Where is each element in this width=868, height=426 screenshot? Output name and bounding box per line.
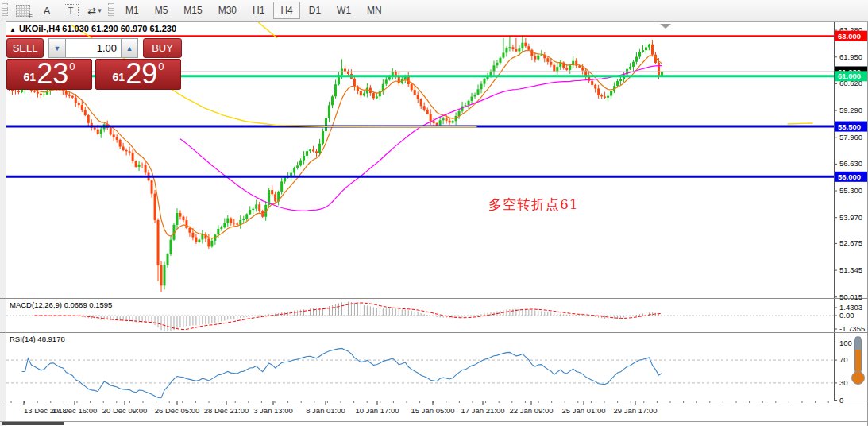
- rsi-line: [22, 348, 662, 397]
- price-badge-label: 58.500: [838, 122, 861, 131]
- rsi-scale-tick: 0: [839, 396, 843, 405]
- buy-button[interactable]: BUY: [143, 38, 182, 58]
- ask-price-big: 29: [125, 63, 157, 86]
- y-axis-tick: 61.950: [839, 52, 862, 61]
- slow-ma: [180, 66, 662, 211]
- rsi-label: RSI(14) 48.9178: [10, 335, 65, 343]
- y-axis-tick: 56.630: [839, 159, 862, 168]
- rsi-scale-tick: 70: [839, 355, 848, 364]
- title-triangle-icon: ▲: [10, 26, 16, 33]
- mt4-application-window: F A T ⇄ ▾ M1M5M15M30H1H4D1W1MN 63.28061.…: [0, 0, 868, 426]
- chart-shift-marker-icon: [660, 24, 671, 29]
- x-axis-label: 25 Jan 01:00: [562, 406, 606, 415]
- price-badge-label: 61.000: [838, 72, 861, 80]
- yellow-overlays-layer: [71, 22, 813, 127]
- ask-price-prefix: 61: [113, 71, 125, 83]
- yellow-dash: [788, 123, 813, 124]
- y-axis-tick: 53.970: [839, 213, 862, 222]
- date-axis: 13 Dec 201817 Dec 16:0020 Dec 09:0026 De…: [11, 401, 828, 415]
- x-axis-label: 10 Jan 17:00: [356, 406, 399, 415]
- thermometer-bulb: [851, 371, 865, 385]
- bid-price-sup: 0: [69, 60, 75, 72]
- ask-price-panel[interactable]: 61 29 0: [95, 59, 181, 90]
- y-axis-tick: 59.290: [839, 106, 862, 114]
- price-badge-label: 56.000: [838, 172, 861, 181]
- x-axis-label: 22 Jan 09:00: [510, 406, 554, 415]
- bid-price-panel[interactable]: 61 23 0: [6, 59, 92, 90]
- x-axis-label: 20 Dec 09:00: [102, 406, 148, 415]
- x-axis-label: 3 Jan 13:00: [253, 406, 293, 415]
- x-axis-label: 17 Dec 16:00: [52, 406, 98, 415]
- y-axis-tick: 52.675: [839, 238, 862, 247]
- x-axis-label: 15 Jan 05:00: [411, 406, 455, 415]
- thermometer-tube: [854, 336, 862, 374]
- rsi-scale-tick: 30: [839, 378, 848, 387]
- price-badge-label: 63.000: [838, 32, 861, 41]
- one-click-trade-panel: SELL ▼ 1.00 ▲ BUY 61 23 0 61 29 0: [6, 38, 182, 90]
- x-axis-label: 28 Dec 21:00: [204, 406, 249, 415]
- y-axis-tick: 51.345: [839, 265, 862, 274]
- macd-label: MACD(12,26,9) 0.0689 0.1595: [10, 300, 112, 309]
- chart-annotation-text: 多空转折点61: [488, 196, 579, 214]
- x-axis-label: 8 Jan 01:00: [306, 406, 345, 415]
- price-axis: 63.28061.95060.62059.29057.96056.63055.3…: [834, 25, 867, 301]
- bid-price-big: 23: [37, 63, 68, 86]
- rsi-layer: 10070300: [6, 339, 852, 405]
- y-axis-tick: 55.300: [839, 186, 862, 195]
- macd-scale-tick: -1.7355: [839, 324, 865, 333]
- bid-price-prefix: 61: [24, 71, 37, 83]
- volume-stepper: ▼ 1.00 ▲: [48, 38, 138, 58]
- thermometer-icon: [849, 336, 868, 387]
- y-axis-tick: 50.015: [839, 292, 862, 301]
- x-axis-label: 29 Jan 17:00: [614, 406, 658, 415]
- volume-decrease-button[interactable]: ▼: [48, 38, 66, 58]
- volume-increase-button[interactable]: ▲: [121, 38, 138, 58]
- x-axis-label: 26 Dec 05:00: [155, 406, 200, 415]
- ask-price-sup: 0: [158, 60, 164, 72]
- macd-layer: 1.43030.00-1.7355: [6, 302, 865, 333]
- x-axis-label: 17 Jan 21:00: [461, 406, 505, 415]
- volume-input[interactable]: 1.00: [66, 38, 121, 58]
- y-axis-tick: 57.960: [839, 133, 862, 141]
- chart-title: ▲UKOil-,H4 61.030 61.290 60.970 61.230: [10, 24, 176, 33]
- sell-button[interactable]: SELL: [6, 38, 44, 58]
- macd-scale-tick: 0.00: [839, 311, 854, 320]
